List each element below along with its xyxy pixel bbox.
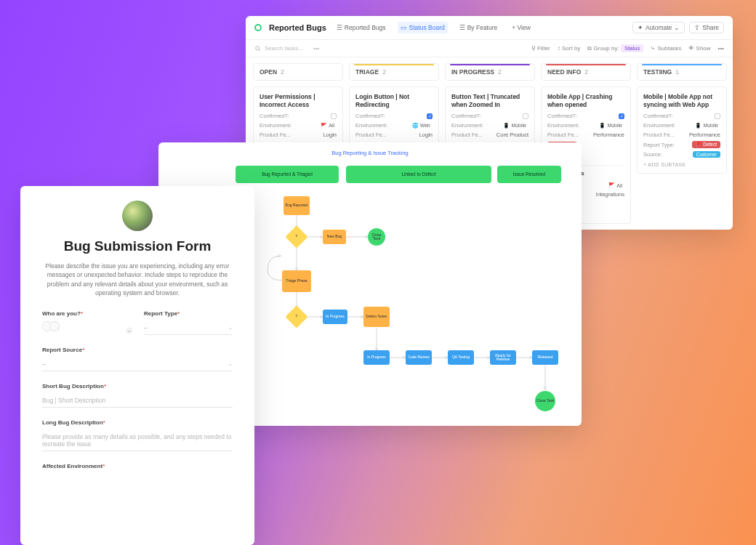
lane-head-2: Linked to Defect (346, 166, 491, 183)
node-pipe-0[interactable]: In Progress (363, 350, 390, 365)
view-tabs: ☰ Reported Bugs ▭ Status Board ☰ By Feat… (334, 22, 534, 33)
group-button[interactable]: ⧉ Group by: Status (587, 44, 643, 52)
share-button[interactable]: ⇪ Share (689, 22, 724, 33)
report-type-select[interactable]: – ⌄ (144, 321, 233, 335)
svg-line-1 (259, 49, 260, 51)
column-header-open[interactable]: OPEN 2 (253, 63, 343, 81)
node-bug-reported[interactable]: Bug Reported (284, 196, 310, 215)
form-avatar (122, 201, 153, 231)
filter-icon: ⚲ (531, 45, 536, 52)
who-avatar-picker[interactable]: + (42, 321, 131, 331)
node-new-bug[interactable]: New Bug (323, 230, 346, 244)
field-long-description: Long Bug Description* Please provide as … (42, 419, 233, 451)
more-icon[interactable]: ••• (313, 45, 319, 52)
column-header-need-info[interactable]: NEED INFO 2 (541, 63, 631, 81)
node-pipe-4[interactable]: Released (532, 350, 558, 365)
card-triage[interactable]: Login Button | Not Redirecting Confirmed… (349, 86, 439, 146)
board-title: Reported Bugs (269, 23, 326, 32)
bug-submission-form: Bug Submission Form Please describe the … (20, 186, 254, 545)
long-description-input[interactable]: Please provide as many details as possib… (42, 430, 233, 451)
field-report-source: Report Source* – ⌄ (42, 347, 233, 371)
subtask-icon: ⤷ (651, 45, 656, 52)
board-toolbar: Search tasks... ••• ⚲ Filter ↕ Sort by ⧉… (246, 40, 733, 57)
column-open: OPEN 2 User Permissions | Incorrect Acce… (253, 63, 343, 146)
search-icon (254, 45, 262, 52)
node-triage-phase[interactable]: Triage Phase (282, 270, 311, 292)
tab-by-feature[interactable]: ☰ By Feature (457, 22, 501, 33)
automate-button[interactable]: ✦ Automate ⌄ (632, 22, 685, 33)
column-header-triage[interactable]: TRIAGE 2 (349, 63, 439, 81)
column-triage: TRIAGE 2 Login Button | Not Redirecting … (349, 63, 439, 146)
sparkle-icon: ✦ (638, 24, 643, 31)
short-description-input[interactable]: Bug | Short Description (42, 394, 233, 408)
eye-icon: 👁 (688, 45, 694, 52)
filter-button[interactable]: ⚲ Filter (531, 45, 550, 52)
column-header-in-progress[interactable]: IN PROGRESS 2 (445, 63, 535, 81)
node-close-task-2[interactable]: Close Task (535, 391, 555, 411)
env-badge: All (606, 182, 624, 188)
group-icon: ⧉ (587, 45, 592, 52)
subtasks-button[interactable]: ⤷ Subtasks (651, 45, 681, 52)
show-button[interactable]: 👁 Show (688, 45, 710, 52)
form-title: Bug Submission Form (42, 238, 233, 254)
node-in-progress[interactable]: In Progress (323, 310, 347, 324)
sort-button[interactable]: ↕ Sort by (558, 45, 581, 52)
confirmed-checkbox[interactable] (715, 113, 720, 119)
confirmed-checkbox[interactable] (523, 113, 528, 119)
flow-title: Bug Reporting & Issue Tracking (158, 142, 582, 161)
column-testing: TESTIING 1 Mobile | Mobile App not synci… (637, 63, 727, 174)
sort-icon: ↕ (558, 45, 560, 52)
lane-head-3: Issue Resolved (497, 166, 561, 183)
node-pipe-3[interactable]: Ready for Release (490, 350, 516, 365)
list-icon: ☰ (459, 24, 465, 31)
field-who-are-you: Who are you?* + (42, 310, 131, 335)
lane-head-1: Bug Reported & Triaged (236, 166, 339, 183)
node-defect-notes[interactable]: Defect Notes (363, 307, 390, 327)
node-pipe-1[interactable]: Code Review (406, 350, 432, 365)
search-input[interactable]: Search tasks... (254, 45, 303, 52)
list-icon: ☰ (337, 24, 342, 31)
tab-add-view[interactable]: + View (509, 22, 534, 33)
card-testing[interactable]: Mobile | Mobile App not syncing with Web… (637, 86, 727, 174)
chevron-down-icon: ⌄ (674, 24, 680, 31)
chevron-down-icon: ⌄ (228, 361, 233, 367)
tab-status-board[interactable]: ▭ Status Board (398, 22, 448, 33)
env-badge: Mobile (693, 123, 720, 129)
card-open[interactable]: User Permissions | Incorrect Access Conf… (253, 86, 343, 146)
status-ring-icon (254, 24, 262, 31)
more-icon[interactable]: ••• (718, 45, 724, 52)
tag-customer: Customer (693, 151, 720, 158)
column-in-progress: IN PROGRESS 2 Button Text | Truncated wh… (445, 63, 535, 146)
field-short-description: Short Bug Description* Bug | Short Descr… (42, 383, 233, 408)
card-in-progress[interactable]: Button Text | Truncated when Zoomed In C… (445, 86, 535, 146)
confirmed-checkbox[interactable] (427, 113, 433, 119)
chevron-down-icon: ⌄ (228, 325, 233, 331)
confirmed-checkbox[interactable] (619, 113, 624, 119)
report-source-select[interactable]: – ⌄ (42, 358, 233, 371)
env-badge: Web (410, 123, 433, 129)
field-affected-environment: Affected Environment* (42, 463, 233, 469)
plus-icon: + (126, 328, 132, 334)
env-badge: Mobile (597, 123, 624, 129)
column-header-testing[interactable]: TESTIING 1 (637, 63, 727, 81)
board-icon: ▭ (401, 24, 407, 31)
field-report-type: Report Type* – ⌄ (144, 310, 233, 335)
add-subtask-button[interactable]: + ADD SUBTASK (643, 162, 720, 167)
svg-point-0 (256, 46, 260, 49)
form-description: Please describe the issue you are experi… (42, 262, 233, 297)
board-header: Reported Bugs ☰ Reported Bugs ▭ Status B… (246, 16, 733, 40)
confirmed-checkbox[interactable] (331, 113, 337, 119)
tab-reported-bugs[interactable]: ☰ Reported Bugs (334, 22, 389, 33)
env-badge: Mobile (501, 123, 528, 129)
share-icon: ⇪ (694, 24, 700, 31)
node-close-task-1[interactable]: Close Task (368, 228, 385, 246)
node-pipe-2[interactable]: QA Testing (448, 350, 474, 365)
env-badge: All (318, 123, 337, 129)
tag-defect: Defect (692, 141, 720, 148)
